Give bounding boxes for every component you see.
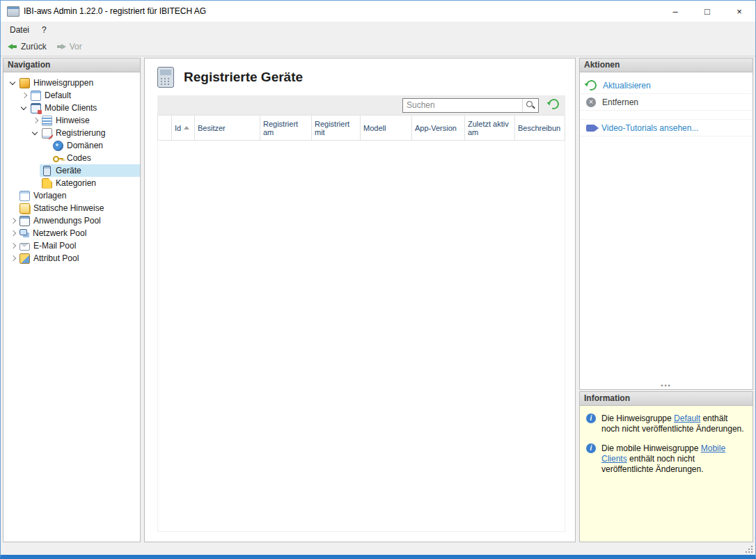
email-pool-icon (19, 243, 30, 251)
chevron-down-icon[interactable] (30, 128, 40, 138)
tree-item-default[interactable]: Default (3, 89, 140, 102)
chevron-spacer (30, 166, 40, 175)
column-registriert-am[interactable]: Registriert am (260, 116, 312, 140)
minimize-button[interactable]: – (659, 1, 691, 22)
navigation-header: Navigation (3, 58, 140, 72)
notices-icon (42, 116, 52, 126)
devices-icon (43, 166, 51, 176)
chevron-spacer (8, 203, 17, 213)
chevron-right-icon[interactable] (8, 253, 17, 263)
tree-item-kategorien[interactable]: Kategorien (3, 177, 140, 189)
back-arrow-icon (8, 42, 17, 51)
tree-item-email-pool[interactable]: E-Mail Pool (3, 239, 140, 252)
chevron-right-icon[interactable] (8, 228, 17, 238)
column-besitzer[interactable]: Besitzer (195, 116, 260, 140)
search-strip (157, 95, 565, 115)
chevron-spacer (41, 153, 51, 163)
mobile-clients-icon (31, 103, 41, 113)
static-notices-icon (19, 203, 30, 214)
remove-icon (586, 97, 596, 107)
action-aktualisieren[interactable]: Aktualisieren (580, 77, 753, 94)
chevron-down-icon[interactable] (8, 78, 17, 88)
tree-item-domaenen[interactable]: Domänen (3, 139, 140, 152)
menu-datei[interactable]: Datei (3, 23, 36, 37)
tree-item-vorlagen[interactable]: Vorlagen (3, 189, 140, 202)
navigation-panel: Navigation Hinweisgruppen Default Mobile… (3, 58, 141, 542)
tree-item-anwendungs-pool[interactable]: Anwendungs Pool (3, 214, 140, 227)
templates-icon (19, 191, 30, 201)
forward-button[interactable]: Vor (53, 40, 88, 54)
actions-header: Aktionen (580, 58, 753, 72)
page-title: Registrierte Geräte (184, 70, 303, 85)
codes-key-icon (53, 153, 63, 164)
maximize-button[interactable]: □ (691, 1, 723, 22)
resize-grip-icon[interactable] (744, 544, 753, 553)
information-body: Die Hinweisgruppe Default enthält noch n… (580, 406, 753, 542)
actions-list: Aktualisieren Entfernen Video-Tutorials … (580, 72, 753, 136)
navigation-tree: Hinweisgruppen Default Mobile Clients Hi… (3, 72, 140, 265)
column-modell[interactable]: Modell (361, 116, 412, 140)
search-icon[interactable] (522, 99, 538, 112)
column-zuletzt-aktiv-am[interactable]: Zuletzt aktiv am (465, 116, 515, 140)
chevron-right-icon[interactable] (8, 216, 17, 226)
table-header: Id Besitzer Registriert am Registriert m… (157, 115, 565, 141)
chevron-spacer (41, 141, 51, 150)
tree-item-geraete[interactable]: Geräte (3, 164, 140, 177)
tree-item-codes[interactable]: Codes (3, 152, 140, 164)
refresh-icon (547, 97, 561, 111)
main-title-row: Registrierte Geräte (145, 58, 575, 93)
info-icon (586, 443, 596, 453)
default-group-icon (31, 90, 41, 101)
window-title: IBI-aws Admin 1.22.0 - registriert für I… (24, 6, 206, 16)
app-icon (7, 6, 19, 17)
application-pool-icon (19, 216, 30, 226)
toolbar: Zurück Vor (1, 38, 755, 56)
menu-help[interactable]: ? (36, 23, 53, 37)
information-header: Information (580, 392, 753, 406)
titlebar: IBI-aws Admin 1.22.0 - registriert für I… (1, 1, 755, 22)
registration-icon (42, 128, 52, 139)
notice-groups-icon (19, 78, 30, 88)
action-entfernen[interactable]: Entfernen (580, 94, 753, 111)
chevron-down-icon[interactable] (19, 103, 29, 113)
device-icon (157, 67, 174, 88)
tree-item-hinweisgruppen[interactable]: Hinweisgruppen (3, 77, 140, 89)
tree-item-mobile-clients[interactable]: Mobile Clients (3, 102, 140, 114)
tree-item-netzwerk-pool[interactable]: Netzwerk Pool (3, 227, 140, 239)
panel-splitter[interactable] (580, 384, 753, 389)
column-selector (158, 116, 172, 140)
tree-item-registrierung[interactable]: Registrierung (3, 127, 140, 139)
tree-item-hinweise[interactable]: Hinweise (3, 114, 140, 127)
network-pool-icon (19, 229, 27, 235)
refresh-table-button[interactable] (549, 99, 559, 111)
video-icon (586, 125, 595, 132)
back-button[interactable]: Zurück (4, 40, 53, 54)
chevron-spacer (8, 191, 17, 200)
attribute-pool-icon (19, 253, 30, 264)
close-button[interactable]: × (723, 1, 755, 22)
column-registriert-mit[interactable]: Registriert mit (312, 116, 361, 140)
sort-ascending-icon (184, 126, 189, 129)
actions-panel: Aktionen Aktualisieren Entfernen Video-T… (579, 58, 753, 390)
column-id[interactable]: Id (172, 116, 195, 140)
action-video-tutorials[interactable]: Video-Tutorials ansehen... (580, 119, 753, 136)
chevron-right-icon[interactable] (30, 116, 40, 125)
information-panel: Information Die Hinweisgruppe Default en… (579, 391, 753, 542)
chevron-right-icon[interactable] (8, 241, 17, 251)
categories-icon (42, 178, 52, 189)
info-message: Die Hinweisgruppe Default enthält noch n… (580, 406, 753, 436)
menubar: Datei ? (1, 22, 755, 38)
column-app-version[interactable]: App-Version (412, 116, 465, 140)
tree-item-attribut-pool[interactable]: Attribut Pool (3, 252, 140, 265)
search-input[interactable] (403, 100, 522, 110)
default-group-link[interactable]: Default (674, 414, 700, 423)
chevron-right-icon[interactable] (19, 90, 29, 100)
info-message: Die mobile Hinweisgruppe Mobile Clients … (580, 436, 753, 476)
forward-arrow-icon (56, 42, 66, 51)
column-beschreibung[interactable]: Beschreibun (515, 116, 565, 140)
content-area: Navigation Hinweisgruppen Default Mobile… (1, 56, 755, 544)
statusbar (1, 544, 755, 555)
refresh-icon (585, 79, 599, 93)
tree-item-statische-hinweise[interactable]: Statische Hinweise (3, 202, 140, 214)
info-icon (586, 414, 596, 423)
